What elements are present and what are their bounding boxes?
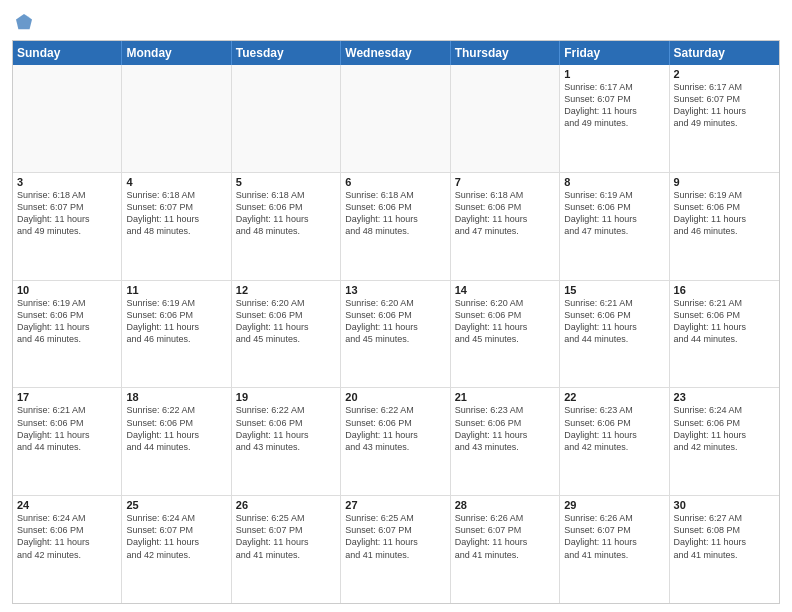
day-info: Sunrise: 6:19 AM Sunset: 6:06 PM Dayligh… xyxy=(126,297,226,346)
calendar-cell: 17Sunrise: 6:21 AM Sunset: 6:06 PM Dayli… xyxy=(13,388,122,495)
day-number: 17 xyxy=(17,391,117,403)
day-number: 23 xyxy=(674,391,775,403)
calendar-cell: 21Sunrise: 6:23 AM Sunset: 6:06 PM Dayli… xyxy=(451,388,560,495)
calendar-row: 10Sunrise: 6:19 AM Sunset: 6:06 PM Dayli… xyxy=(13,281,779,389)
day-number: 21 xyxy=(455,391,555,403)
day-number: 28 xyxy=(455,499,555,511)
calendar-cell: 24Sunrise: 6:24 AM Sunset: 6:06 PM Dayli… xyxy=(13,496,122,603)
day-info: Sunrise: 6:19 AM Sunset: 6:06 PM Dayligh… xyxy=(564,189,664,238)
day-number: 15 xyxy=(564,284,664,296)
day-number: 13 xyxy=(345,284,445,296)
day-number: 6 xyxy=(345,176,445,188)
day-info: Sunrise: 6:26 AM Sunset: 6:07 PM Dayligh… xyxy=(455,512,555,561)
day-info: Sunrise: 6:18 AM Sunset: 6:07 PM Dayligh… xyxy=(126,189,226,238)
calendar-cell: 30Sunrise: 6:27 AM Sunset: 6:08 PM Dayli… xyxy=(670,496,779,603)
day-info: Sunrise: 6:17 AM Sunset: 6:07 PM Dayligh… xyxy=(564,81,664,130)
day-number: 16 xyxy=(674,284,775,296)
calendar-cell: 4Sunrise: 6:18 AM Sunset: 6:07 PM Daylig… xyxy=(122,173,231,280)
calendar-row: 1Sunrise: 6:17 AM Sunset: 6:07 PM Daylig… xyxy=(13,65,779,173)
day-info: Sunrise: 6:20 AM Sunset: 6:06 PM Dayligh… xyxy=(455,297,555,346)
calendar-header: SundayMondayTuesdayWednesdayThursdayFrid… xyxy=(13,41,779,65)
weekday-header: Thursday xyxy=(451,41,560,65)
calendar-cell: 9Sunrise: 6:19 AM Sunset: 6:06 PM Daylig… xyxy=(670,173,779,280)
day-number: 25 xyxy=(126,499,226,511)
page: SundayMondayTuesdayWednesdayThursdayFrid… xyxy=(0,0,792,612)
weekday-header: Sunday xyxy=(13,41,122,65)
day-number: 26 xyxy=(236,499,336,511)
day-number: 30 xyxy=(674,499,775,511)
day-info: Sunrise: 6:20 AM Sunset: 6:06 PM Dayligh… xyxy=(236,297,336,346)
calendar-cell: 27Sunrise: 6:25 AM Sunset: 6:07 PM Dayli… xyxy=(341,496,450,603)
weekday-header: Saturday xyxy=(670,41,779,65)
day-info: Sunrise: 6:21 AM Sunset: 6:06 PM Dayligh… xyxy=(674,297,775,346)
day-info: Sunrise: 6:20 AM Sunset: 6:06 PM Dayligh… xyxy=(345,297,445,346)
logo-icon xyxy=(12,10,36,34)
day-info: Sunrise: 6:22 AM Sunset: 6:06 PM Dayligh… xyxy=(345,404,445,453)
calendar-cell: 12Sunrise: 6:20 AM Sunset: 6:06 PM Dayli… xyxy=(232,281,341,388)
calendar-cell: 16Sunrise: 6:21 AM Sunset: 6:06 PM Dayli… xyxy=(670,281,779,388)
day-info: Sunrise: 6:18 AM Sunset: 6:06 PM Dayligh… xyxy=(236,189,336,238)
calendar-cell: 29Sunrise: 6:26 AM Sunset: 6:07 PM Dayli… xyxy=(560,496,669,603)
calendar-cell: 15Sunrise: 6:21 AM Sunset: 6:06 PM Dayli… xyxy=(560,281,669,388)
calendar-cell: 2Sunrise: 6:17 AM Sunset: 6:07 PM Daylig… xyxy=(670,65,779,172)
calendar-cell xyxy=(13,65,122,172)
day-info: Sunrise: 6:24 AM Sunset: 6:06 PM Dayligh… xyxy=(17,512,117,561)
calendar-cell: 7Sunrise: 6:18 AM Sunset: 6:06 PM Daylig… xyxy=(451,173,560,280)
calendar: SundayMondayTuesdayWednesdayThursdayFrid… xyxy=(12,40,780,604)
day-number: 10 xyxy=(17,284,117,296)
day-info: Sunrise: 6:21 AM Sunset: 6:06 PM Dayligh… xyxy=(17,404,117,453)
day-number: 4 xyxy=(126,176,226,188)
day-info: Sunrise: 6:19 AM Sunset: 6:06 PM Dayligh… xyxy=(17,297,117,346)
day-number: 5 xyxy=(236,176,336,188)
calendar-cell: 6Sunrise: 6:18 AM Sunset: 6:06 PM Daylig… xyxy=(341,173,450,280)
day-number: 1 xyxy=(564,68,664,80)
day-info: Sunrise: 6:21 AM Sunset: 6:06 PM Dayligh… xyxy=(564,297,664,346)
day-number: 24 xyxy=(17,499,117,511)
calendar-row: 17Sunrise: 6:21 AM Sunset: 6:06 PM Dayli… xyxy=(13,388,779,496)
header xyxy=(12,10,780,34)
day-number: 3 xyxy=(17,176,117,188)
day-number: 27 xyxy=(345,499,445,511)
day-info: Sunrise: 6:17 AM Sunset: 6:07 PM Dayligh… xyxy=(674,81,775,130)
weekday-header: Monday xyxy=(122,41,231,65)
logo xyxy=(12,10,40,34)
weekday-header: Tuesday xyxy=(232,41,341,65)
weekday-header: Friday xyxy=(560,41,669,65)
calendar-row: 24Sunrise: 6:24 AM Sunset: 6:06 PM Dayli… xyxy=(13,496,779,603)
day-number: 2 xyxy=(674,68,775,80)
calendar-cell xyxy=(232,65,341,172)
calendar-cell: 5Sunrise: 6:18 AM Sunset: 6:06 PM Daylig… xyxy=(232,173,341,280)
calendar-body: 1Sunrise: 6:17 AM Sunset: 6:07 PM Daylig… xyxy=(13,65,779,603)
day-number: 8 xyxy=(564,176,664,188)
day-info: Sunrise: 6:26 AM Sunset: 6:07 PM Dayligh… xyxy=(564,512,664,561)
calendar-cell xyxy=(341,65,450,172)
day-info: Sunrise: 6:27 AM Sunset: 6:08 PM Dayligh… xyxy=(674,512,775,561)
calendar-cell: 23Sunrise: 6:24 AM Sunset: 6:06 PM Dayli… xyxy=(670,388,779,495)
calendar-cell: 11Sunrise: 6:19 AM Sunset: 6:06 PM Dayli… xyxy=(122,281,231,388)
day-number: 29 xyxy=(564,499,664,511)
weekday-header: Wednesday xyxy=(341,41,450,65)
calendar-cell: 26Sunrise: 6:25 AM Sunset: 6:07 PM Dayli… xyxy=(232,496,341,603)
calendar-cell xyxy=(451,65,560,172)
calendar-cell: 22Sunrise: 6:23 AM Sunset: 6:06 PM Dayli… xyxy=(560,388,669,495)
day-info: Sunrise: 6:25 AM Sunset: 6:07 PM Dayligh… xyxy=(345,512,445,561)
calendar-cell xyxy=(122,65,231,172)
day-info: Sunrise: 6:18 AM Sunset: 6:06 PM Dayligh… xyxy=(345,189,445,238)
day-info: Sunrise: 6:19 AM Sunset: 6:06 PM Dayligh… xyxy=(674,189,775,238)
calendar-cell: 18Sunrise: 6:22 AM Sunset: 6:06 PM Dayli… xyxy=(122,388,231,495)
calendar-cell: 14Sunrise: 6:20 AM Sunset: 6:06 PM Dayli… xyxy=(451,281,560,388)
day-info: Sunrise: 6:23 AM Sunset: 6:06 PM Dayligh… xyxy=(564,404,664,453)
calendar-cell: 10Sunrise: 6:19 AM Sunset: 6:06 PM Dayli… xyxy=(13,281,122,388)
calendar-cell: 25Sunrise: 6:24 AM Sunset: 6:07 PM Dayli… xyxy=(122,496,231,603)
calendar-cell: 19Sunrise: 6:22 AM Sunset: 6:06 PM Dayli… xyxy=(232,388,341,495)
calendar-cell: 13Sunrise: 6:20 AM Sunset: 6:06 PM Dayli… xyxy=(341,281,450,388)
calendar-row: 3Sunrise: 6:18 AM Sunset: 6:07 PM Daylig… xyxy=(13,173,779,281)
calendar-cell: 1Sunrise: 6:17 AM Sunset: 6:07 PM Daylig… xyxy=(560,65,669,172)
calendar-cell: 8Sunrise: 6:19 AM Sunset: 6:06 PM Daylig… xyxy=(560,173,669,280)
day-number: 14 xyxy=(455,284,555,296)
day-number: 18 xyxy=(126,391,226,403)
day-info: Sunrise: 6:18 AM Sunset: 6:07 PM Dayligh… xyxy=(17,189,117,238)
day-info: Sunrise: 6:22 AM Sunset: 6:06 PM Dayligh… xyxy=(236,404,336,453)
calendar-cell: 28Sunrise: 6:26 AM Sunset: 6:07 PM Dayli… xyxy=(451,496,560,603)
day-number: 19 xyxy=(236,391,336,403)
